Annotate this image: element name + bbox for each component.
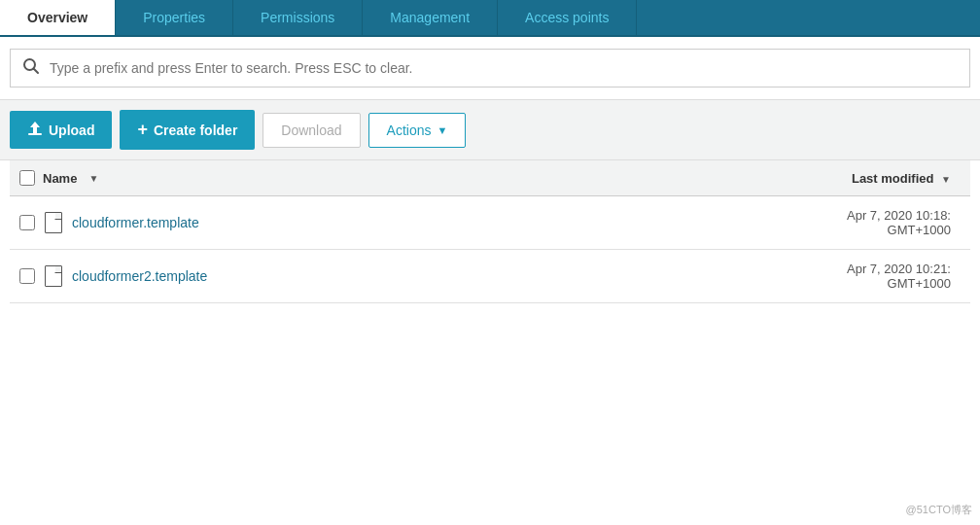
row-checkbox-1[interactable] xyxy=(19,268,35,284)
file-modified: Apr 7, 2020 10:18:GMT+1000 xyxy=(682,196,970,250)
plus-icon: + xyxy=(137,120,148,140)
create-folder-button[interactable]: + Create folder xyxy=(120,110,255,150)
file-table-wrap: Name ▼ Last modified ▼ cloudformer.t xyxy=(0,160,980,303)
file-name[interactable]: cloudformer.template xyxy=(72,215,199,230)
file-table: Name ▼ Last modified ▼ cloudformer.t xyxy=(10,160,970,303)
file-icon xyxy=(45,265,62,287)
row-checkbox-0[interactable] xyxy=(19,215,35,230)
tabs-bar: Overview Properties Permissions Manageme… xyxy=(0,0,980,37)
name-sort-icon[interactable]: ▼ xyxy=(88,173,98,184)
actions-button[interactable]: Actions ▼ xyxy=(368,113,467,148)
table-row: cloudformer2.template Apr 7, 2020 10:21:… xyxy=(10,250,970,303)
file-icon xyxy=(45,212,62,233)
search-icon xyxy=(22,57,40,79)
chevron-down-icon: ▼ xyxy=(438,124,448,136)
upload-button[interactable]: Upload xyxy=(10,111,112,149)
upload-icon xyxy=(27,121,43,139)
search-bar xyxy=(10,49,970,88)
file-name[interactable]: cloudformer2.template xyxy=(72,268,207,284)
modified-sort-icon[interactable]: ▼ xyxy=(941,174,951,185)
tab-permissions[interactable]: Permissions xyxy=(233,0,363,35)
svg-rect-2 xyxy=(28,133,42,135)
svg-line-1 xyxy=(34,69,39,74)
select-all-checkbox[interactable] xyxy=(19,170,35,186)
tab-properties[interactable]: Properties xyxy=(116,0,233,35)
tab-access-points[interactable]: Access points xyxy=(498,0,637,35)
table-row: cloudformer.template Apr 7, 2020 10:18:G… xyxy=(10,196,970,250)
file-modified: Apr 7, 2020 10:21:GMT+1000 xyxy=(682,250,970,303)
tab-overview[interactable]: Overview xyxy=(0,0,116,35)
tab-management[interactable]: Management xyxy=(363,0,498,35)
search-input[interactable] xyxy=(50,60,958,76)
download-button: Download xyxy=(262,113,360,148)
actions-row: Upload + Create folder Download Actions … xyxy=(0,99,980,160)
